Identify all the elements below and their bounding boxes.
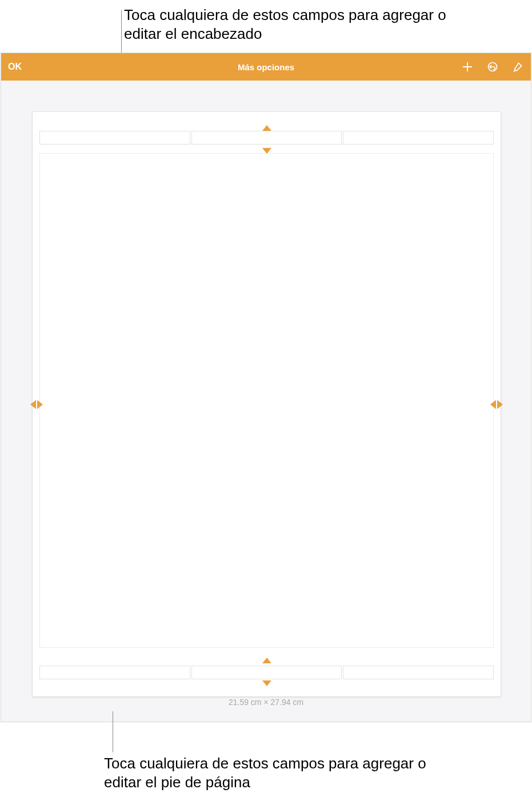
footer-field-right[interactable]: [343, 666, 494, 679]
page-body-area[interactable]: [39, 153, 494, 648]
document-page: [33, 112, 501, 696]
margin-handle-top-outer[interactable]: [262, 125, 271, 131]
toolbar-icons: [461, 61, 524, 73]
margin-handle-top-inner[interactable]: [262, 148, 271, 154]
undo-icon[interactable]: [486, 61, 499, 73]
header-field-right[interactable]: [343, 131, 494, 145]
footer-field-left[interactable]: [39, 666, 190, 679]
header-fields-row: [39, 131, 494, 145]
margin-handle-right-outer[interactable]: [497, 400, 503, 409]
toolbar: OK Más opciones: [1, 53, 531, 81]
callout-header-text: Toca cualquiera de estos campos para agr…: [124, 6, 461, 44]
footer-fields-row: [39, 666, 494, 679]
format-brush-icon[interactable]: [511, 61, 524, 73]
canvas-area: 21.59 cm × 27.94 cm: [1, 81, 531, 722]
toolbar-title: Más opciones: [1, 62, 531, 72]
header-field-left[interactable]: [39, 131, 190, 145]
header-field-center[interactable]: [191, 131, 342, 145]
page-dimensions-label: 21.59 cm × 27.94 cm: [1, 698, 531, 707]
ok-button[interactable]: OK: [8, 62, 22, 72]
add-icon[interactable]: [461, 61, 474, 73]
margin-handle-bottom-outer[interactable]: [262, 680, 271, 686]
callout-footer-text: Toca cualquiera de estos campos para agr…: [104, 754, 447, 792]
margin-handle-left-inner[interactable]: [37, 400, 43, 409]
margin-handle-right-inner[interactable]: [490, 400, 496, 409]
margin-handle-bottom-inner[interactable]: [262, 658, 271, 663]
app-frame: OK Más opciones: [1, 53, 531, 722]
footer-field-center[interactable]: [191, 666, 342, 679]
callout-footer-leader: [113, 711, 113, 752]
margin-handle-left-outer[interactable]: [30, 400, 36, 409]
